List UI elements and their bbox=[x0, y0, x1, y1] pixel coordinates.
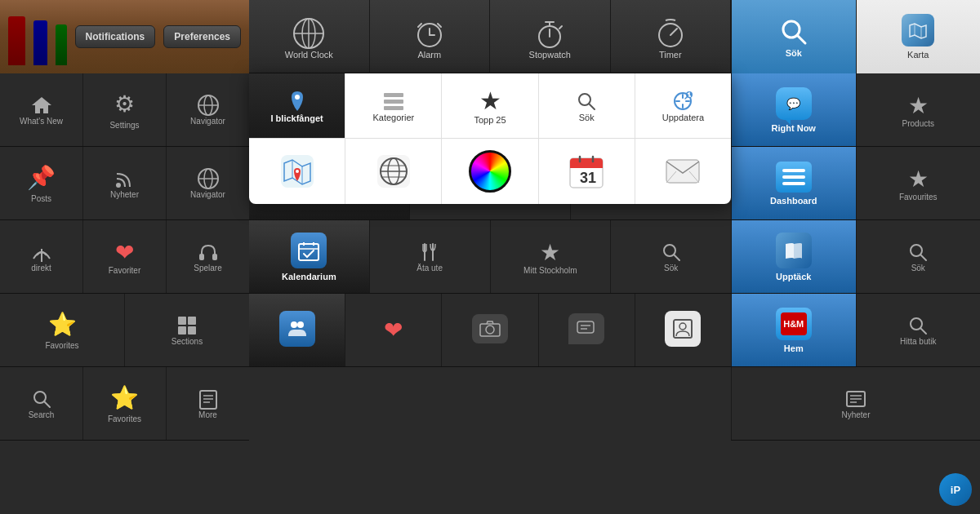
right-now-row: 💬 Right Now ★ Products bbox=[731, 73, 980, 147]
rss-icon bbox=[114, 167, 136, 190]
karta-cell[interactable]: Karta bbox=[856, 0, 981, 73]
sok-kal-label: Sök bbox=[664, 264, 678, 273]
whats-new-cell[interactable]: What's New bbox=[0, 73, 83, 146]
star2-icon: ⭐ bbox=[110, 384, 139, 411]
more-label: More bbox=[198, 410, 217, 419]
sections-cell[interactable]: Sections bbox=[125, 294, 249, 366]
contacts-cell[interactable] bbox=[635, 294, 731, 366]
stopwatch-cell[interactable]: Stopwatch bbox=[490, 0, 611, 73]
search-left-cell[interactable]: Search bbox=[0, 367, 83, 440]
pin-popup-icon bbox=[285, 89, 310, 113]
contacts-card-icon bbox=[665, 311, 701, 347]
svg-line-30 bbox=[44, 401, 50, 407]
nyheter-right-cell[interactable]: Nyheter bbox=[731, 367, 980, 440]
topp25-cell[interactable]: ★ Topp 25 bbox=[442, 73, 538, 138]
hm-logo: H&M bbox=[781, 312, 807, 335]
ata-ute-cell[interactable]: Äta ute bbox=[370, 220, 491, 293]
more-cell[interactable]: More bbox=[167, 367, 249, 440]
uppdatera-cell[interactable]: Uppdatera bbox=[635, 73, 731, 138]
favorites-label: Favorites bbox=[45, 341, 78, 350]
spelare-cell[interactable]: Spelare bbox=[167, 220, 249, 293]
main-row-5 bbox=[249, 367, 731, 441]
sok-popup-cell[interactable]: Sök bbox=[539, 73, 635, 138]
camera-svg-icon bbox=[479, 320, 501, 338]
notifications-button[interactable]: Notifications bbox=[75, 25, 156, 48]
camera-cell[interactable] bbox=[442, 294, 538, 366]
world-clock-cell[interactable]: World Clock bbox=[249, 0, 370, 73]
globe2-icon bbox=[197, 167, 220, 190]
speech-cell[interactable] bbox=[539, 294, 635, 366]
timer-label: Timer bbox=[659, 50, 682, 60]
timer-cell[interactable]: Timer bbox=[611, 0, 732, 73]
left-row-2: 📌 Posts Nyheter Navigator bbox=[0, 147, 249, 220]
right-now-bubble-icon: 💬 bbox=[776, 87, 812, 120]
right-now-label: Right Now bbox=[772, 123, 816, 133]
i-blickfanget-label: I blickfånget bbox=[271, 113, 323, 123]
hem-cell[interactable]: H&M Hem bbox=[731, 294, 856, 366]
heart-bottom-cell[interactable]: ❤ bbox=[345, 294, 442, 366]
sok-right-cell[interactable]: Sök bbox=[731, 0, 856, 73]
direkt-cell[interactable]: direkt bbox=[0, 220, 83, 293]
main-row-4: ❤ bbox=[249, 294, 731, 367]
hitta-butik-cell[interactable]: Hitta butik bbox=[856, 294, 981, 366]
color-wheel-icon bbox=[469, 150, 511, 193]
kategorier-popup-cell[interactable]: Kategorier bbox=[345, 73, 442, 138]
ata-ute-label: Äta ute bbox=[416, 264, 443, 273]
svg-rect-79 bbox=[577, 321, 594, 333]
hem-row: H&M Hem Hitta butik bbox=[731, 294, 980, 367]
kalendarium-cell[interactable]: Kalendarium bbox=[249, 220, 370, 293]
favorites-left2-label: Favorites bbox=[108, 414, 141, 423]
sok-right2-cell[interactable]: Sök bbox=[856, 220, 981, 293]
colorwheel-popup-cell[interactable] bbox=[442, 139, 538, 204]
preferences-button[interactable]: Preferences bbox=[163, 25, 241, 48]
cal-popup-cell[interactable]: 31 bbox=[539, 139, 635, 204]
map-popup-cell[interactable] bbox=[249, 139, 345, 204]
mitt-stockholm-cell[interactable]: ★ Mitt Stockholm bbox=[491, 220, 612, 293]
svg-rect-27 bbox=[178, 326, 186, 335]
navigator-cell[interactable]: Navigator bbox=[167, 73, 249, 146]
upptak-book-icon bbox=[776, 233, 812, 268]
svg-line-13 bbox=[559, 26, 562, 29]
left-row-5: Search ⭐ Favorites More bbox=[0, 367, 249, 441]
upptak-cell[interactable]: Upptäck bbox=[731, 220, 856, 293]
svg-point-78 bbox=[486, 326, 494, 334]
karta-label: Karta bbox=[907, 50, 929, 60]
right-now-cell[interactable]: 💬 Right Now bbox=[731, 73, 856, 146]
favoriter-cell[interactable]: ❤ Favoriter bbox=[83, 220, 167, 293]
navigator2-cell[interactable]: Navigator bbox=[167, 147, 249, 219]
kategorier-popup-icon bbox=[382, 90, 405, 113]
favourites-cell[interactable]: ★ Favourites bbox=[856, 147, 981, 219]
search-kal-icon bbox=[660, 241, 683, 264]
settings-cell[interactable]: ⚙ Settings bbox=[83, 73, 167, 146]
world-clock-icon bbox=[292, 17, 325, 50]
left-panel: Notifications Preferences What's New ⚙ S… bbox=[0, 0, 249, 514]
left-row-3: direkt ❤ Favoriter Spelare bbox=[0, 220, 249, 294]
products-label: Products bbox=[902, 119, 934, 128]
antenna-icon bbox=[30, 241, 53, 264]
products-cell[interactable]: ★ Products bbox=[856, 73, 981, 146]
svg-line-74 bbox=[674, 255, 679, 260]
nyheter-label: Nyheter bbox=[110, 190, 139, 199]
favourites-label: Favourites bbox=[899, 193, 938, 202]
book-red bbox=[8, 16, 25, 65]
whats-new-label: What's New bbox=[20, 117, 63, 126]
alarm-cell[interactable]: Alarm bbox=[370, 0, 491, 73]
nyheter-cell[interactable]: Nyheter bbox=[83, 147, 167, 219]
favorites-left2-cell[interactable]: ⭐ Favorites bbox=[83, 367, 167, 440]
svg-rect-25 bbox=[178, 317, 186, 325]
favorites-cell[interactable]: ⭐ Favorites bbox=[0, 294, 125, 366]
sok-kal-cell[interactable]: Sök bbox=[611, 220, 731, 293]
globe-popup-cell[interactable] bbox=[345, 139, 442, 204]
i-blickfanget-cell[interactable]: I blickfånget bbox=[249, 73, 345, 138]
svg-line-36 bbox=[797, 35, 805, 43]
people-cell[interactable] bbox=[249, 294, 345, 366]
svg-rect-86 bbox=[384, 100, 403, 104]
right-top: Sök Karta bbox=[731, 0, 980, 73]
search-left-icon bbox=[30, 388, 53, 410]
svg-rect-108 bbox=[666, 160, 699, 183]
top-bar: World Clock Alarm Stopwatch bbox=[249, 0, 731, 73]
envelope-popup-cell[interactable] bbox=[635, 139, 731, 204]
dashboard-icon bbox=[776, 162, 812, 193]
dashboard-cell[interactable]: Dashboard bbox=[731, 147, 856, 219]
posts-cell[interactable]: 📌 Posts bbox=[0, 147, 83, 219]
